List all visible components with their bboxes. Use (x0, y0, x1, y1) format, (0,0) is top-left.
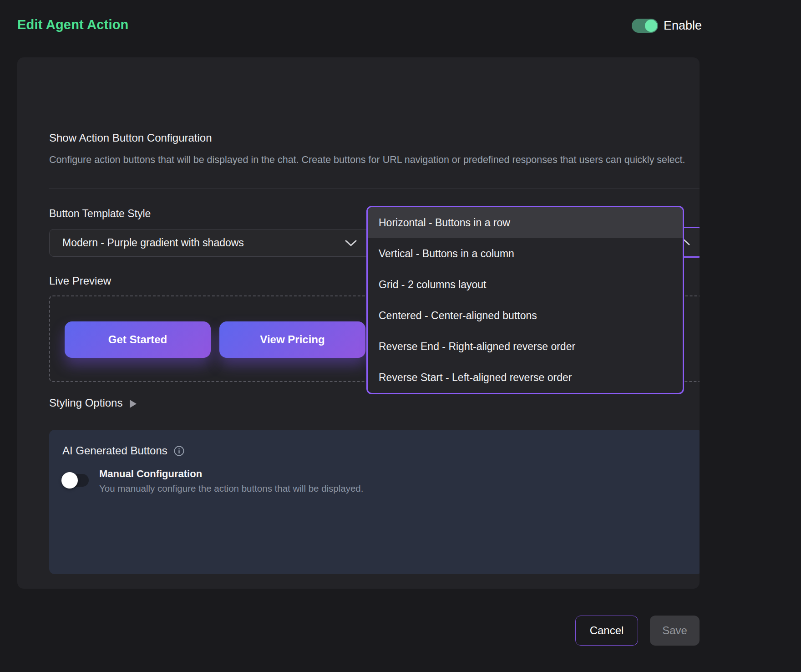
template-style-selected-value: Modern - Purple gradient with shadows (62, 237, 244, 249)
dropdown-option-vertical[interactable]: Vertical - Buttons in a column (368, 238, 683, 269)
ai-generated-buttons-heading: AI Generated Buttons (62, 444, 167, 457)
section-heading: Show Action Button Configuration (49, 132, 212, 144)
button-layout-dropdown: Horizontal - Buttons in a row Vertical -… (366, 206, 684, 394)
template-style-label: Button Template Style (49, 208, 151, 220)
dropdown-option-reverse-start[interactable]: Reverse Start - Left-aligned reverse ord… (368, 362, 683, 393)
enable-toggle-label: Enable (664, 19, 702, 33)
styling-options-label: Styling Options (49, 397, 122, 409)
template-style-select[interactable]: Modern - Purple gradient with shadows (49, 229, 370, 257)
cancel-button[interactable]: Cancel (575, 616, 638, 646)
preview-button-get-started[interactable]: Get Started (65, 321, 211, 358)
dropdown-option-centered[interactable]: Centered - Center-aligned buttons (368, 300, 683, 331)
triangle-right-icon (130, 400, 137, 408)
ai-generated-buttons-panel: AI Generated Buttons Manual Configuratio… (49, 430, 700, 574)
enable-toggle[interactable] (632, 19, 658, 33)
page-title: Edit Agent Action (17, 17, 129, 32)
live-preview-label: Live Preview (49, 275, 111, 287)
enable-toggle-knob (645, 20, 657, 32)
dropdown-option-grid[interactable]: Grid - 2 columns layout (368, 269, 683, 300)
manual-configuration-toggle-knob (61, 472, 78, 489)
manual-configuration-description: You manually configure the action button… (99, 483, 363, 494)
info-icon[interactable] (174, 446, 184, 456)
save-button[interactable]: Save (650, 616, 700, 646)
preview-button-view-pricing[interactable]: View Pricing (219, 321, 365, 358)
divider (49, 188, 700, 189)
dropdown-option-horizontal[interactable]: Horizontal - Buttons in a row (368, 207, 683, 238)
manual-configuration-label: Manual Configuration (99, 468, 202, 480)
styling-options-toggle[interactable]: Styling Options (49, 397, 137, 409)
dropdown-option-reverse-end[interactable]: Reverse End - Right-aligned reverse orde… (368, 331, 683, 362)
manual-configuration-toggle[interactable] (62, 474, 89, 487)
section-description: Configure action buttons that will be di… (49, 154, 695, 166)
chevron-down-icon (345, 239, 357, 247)
